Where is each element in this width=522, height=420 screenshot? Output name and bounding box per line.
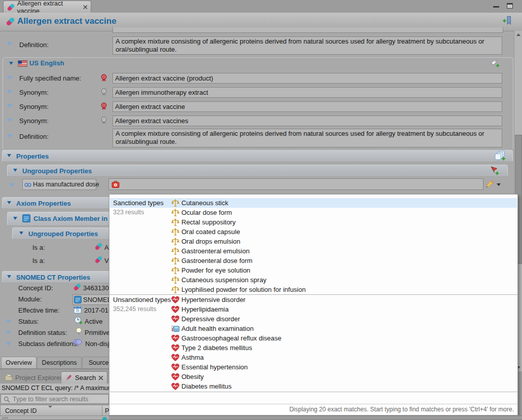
description-input[interactable]: [113, 101, 502, 112]
property-value: SNOMED: [83, 296, 112, 303]
view-tab-close-icon[interactable]: [98, 375, 103, 380]
description-type-label: Synonym:: [19, 103, 49, 110]
column-header-concept-id[interactable]: Concept ID: [0, 405, 102, 416]
heart-pulse-icon: [171, 334, 179, 342]
value-dropdown-arrow[interactable]: [497, 183, 501, 186]
property-label: Status:: [18, 318, 39, 325]
dropdown-item[interactable]: Oral coated capsule: [110, 227, 517, 237]
dropdown-item[interactable]: Type 2 diabetes mellitus: [110, 343, 517, 353]
view-tab-project-explorer[interactable]: Project Explorer: [1, 371, 65, 384]
expand-chevron[interactable]: [7, 134, 12, 138]
dropdown-popup: Sanctioned types Cutaneous stick 323 res…: [109, 194, 518, 415]
dropdown-item[interactable]: Gastroenteral emulsion: [110, 246, 517, 256]
definition-textarea[interactable]: A complex mixture consisting of allergen…: [113, 129, 502, 147]
dropdown-item[interactable]: Obesity: [110, 372, 517, 381]
section-arrow[interactable]: [19, 232, 23, 235]
dropdown-item[interactable]: Powder for eye solution: [110, 265, 517, 275]
edit-pencil-button[interactable]: [484, 179, 494, 189]
scroll-up-arrow[interactable]: [516, 33, 520, 36]
pill-icon: [7, 3, 14, 11]
dropdown-item[interactable]: Gastroenteral dose form: [110, 256, 517, 265]
heart-pulse-icon: [171, 363, 179, 371]
dropdown-item[interactable]: Oral drops emulsion: [110, 237, 517, 246]
dropdown-item[interactable]: Gastrooesophageal reflux disease: [110, 333, 517, 343]
filter-input[interactable]: [12, 395, 108, 403]
editor-tab-overview[interactable]: Overview: [1, 357, 36, 368]
scales-icon: [171, 266, 179, 275]
view-tab-search[interactable]: Search: [61, 371, 107, 384]
search-icon: [4, 396, 10, 403]
add-property-group-button[interactable]: [495, 150, 506, 161]
section-arrow[interactable]: [7, 154, 11, 157]
scales-icon: [171, 276, 179, 284]
dropdown-item[interactable]: Depressive disorder: [110, 314, 517, 324]
acceptability-icon-preferred[interactable]: [100, 102, 108, 110]
dropdown-status-text: Displaying 20 exact matches. Start typin…: [289, 406, 514, 413]
dropdown-item[interactable]: Sanctioned types Cutaneous stick: [110, 198, 517, 208]
scales-icon: [171, 286, 179, 294]
dropdown-item[interactable]: Asthma: [110, 353, 517, 362]
dropdown-item[interactable]: Essential hypertension: [110, 362, 517, 372]
scales-icon: [171, 209, 179, 217]
axiom-properties-title: Axiom Properties: [16, 200, 71, 207]
expand-chevron[interactable]: [7, 119, 12, 122]
section-arrow[interactable]: [7, 201, 11, 204]
dropdown-item[interactable]: Hyperlipidaemia: [110, 304, 517, 314]
expand-chevron[interactable]: [7, 104, 12, 108]
window-bottom-edge: [109, 415, 522, 420]
dropdown-item[interactable]: Cutaneous suspension spray: [110, 275, 517, 285]
definition-textarea[interactable]: A complex mixture consisting of allergen…: [113, 36, 502, 55]
exam-icon: [171, 325, 179, 333]
add-bookmark-button[interactable]: [502, 16, 512, 25]
heart-pulse-icon: [171, 383, 179, 391]
scales-icon: [171, 228, 179, 236]
search-pen-icon: [65, 374, 72, 381]
dropdown-item[interactable]: Lyophilised powder for solution for infu…: [110, 285, 517, 294]
description-input[interactable]: [113, 73, 502, 84]
editor-tab-descriptions[interactable]: Descriptions: [37, 357, 82, 368]
dropdown-item[interactable]: Diabetes mellitus: [110, 381, 517, 391]
snomed-properties-title: SNOMED CT Properties: [16, 274, 90, 281]
property-value-input[interactable]: [108, 178, 483, 190]
expand-chevron[interactable]: [6, 320, 11, 323]
link-icon: [24, 183, 31, 187]
heart-pulse-icon: [171, 354, 179, 362]
section-arrow[interactable]: [7, 275, 11, 278]
acceptability-icon-acceptable[interactable]: [100, 88, 108, 96]
property-value: 34631300: [83, 284, 113, 292]
dropdown-item[interactable]: Rectal suppository: [110, 217, 517, 227]
description-type-label: Synonym:: [19, 89, 49, 96]
add-description-button[interactable]: [490, 58, 500, 68]
expand-chevron[interactable]: [7, 42, 12, 46]
expand-chevron[interactable]: [9, 183, 14, 187]
concept-firstaid-icon: [111, 181, 120, 188]
section-arrow[interactable]: [9, 62, 13, 65]
dropdown-item[interactable]: Adult health examination: [110, 324, 517, 333]
property-label: Subclass definitions:: [18, 340, 79, 348]
description-input[interactable]: [113, 87, 502, 98]
property-value: Non-disj: [85, 340, 109, 348]
pill-icon: [73, 283, 82, 291]
pill-icon: [94, 242, 103, 250]
acceptability-icon-acceptable[interactable]: [100, 116, 108, 125]
is-a-label: Is a:: [32, 257, 45, 264]
section-arrow[interactable]: [13, 217, 17, 220]
dropdown-item[interactable]: Hypertensive disorder: [110, 295, 517, 304]
acceptability-icon-preferred[interactable]: [100, 73, 108, 82]
dropdown-item[interactable]: Ocular dose form: [110, 208, 517, 217]
add-property-button[interactable]: [490, 166, 500, 176]
maximize-button[interactable]: [507, 3, 513, 9]
expand-chevron[interactable]: [7, 90, 12, 94]
section-arrow[interactable]: [13, 169, 17, 172]
expand-chevron[interactable]: [6, 342, 11, 346]
description-input[interactable]: [113, 116, 502, 126]
module-value-box[interactable]: SNOMED: [72, 294, 110, 305]
minimize-button[interactable]: [493, 6, 499, 8]
pill-icon: [94, 255, 103, 263]
tab-close-icon[interactable]: [83, 5, 88, 10]
concept-editor-tab[interactable]: Allergen extract vaccine: [3, 1, 91, 13]
expand-chevron[interactable]: [6, 331, 11, 334]
expand-chevron[interactable]: [7, 76, 12, 80]
attribute-combo[interactable]: Has manufactured dose: [22, 179, 96, 190]
filter-box: [1, 394, 109, 404]
